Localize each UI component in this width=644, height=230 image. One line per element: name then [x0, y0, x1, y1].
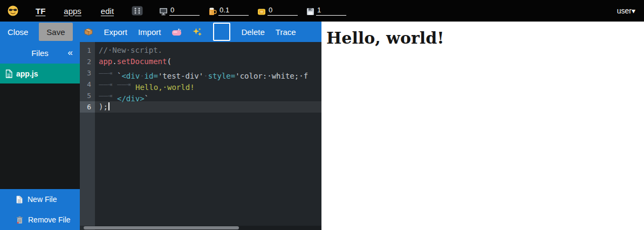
export-button[interactable]: Export	[104, 27, 127, 37]
preview-pane: Hello, world!	[321, 22, 644, 230]
close-button[interactable]: Close	[8, 27, 28, 37]
trash-icon	[16, 216, 23, 224]
monitor-icon	[159, 8, 168, 16]
workspace: Files « app.js	[0, 42, 321, 230]
collapse-sidebar-button[interactable]: «	[68, 47, 73, 58]
save-button[interactable]: Save	[39, 23, 72, 41]
text-cursor	[108, 102, 109, 110]
dice-icon[interactable]	[132, 6, 143, 16]
gutter-line-number: 2	[80, 56, 95, 67]
code-line[interactable]: ——⇥</div>`	[95, 90, 321, 101]
stat-beer	[208, 6, 249, 16]
code-token: setDocument	[117, 57, 167, 66]
sunglasses-emoji-icon[interactable]	[8, 5, 18, 16]
files-header: Files «	[0, 42, 80, 64]
screen: TF apps edit	[0, 0, 644, 230]
topbar-link-apps[interactable]: apps	[64, 6, 81, 16]
code-token: app	[99, 57, 112, 66]
code-token: style=	[208, 72, 236, 80]
gutter-line-number: 6	[80, 101, 95, 113]
file-item-appjs[interactable]: app.js	[0, 64, 80, 83]
code-line[interactable]: ——⇥——⇥Hello,·world!	[95, 79, 321, 90]
code-token: 'color:·white;·f	[235, 72, 308, 80]
new-file-icon	[16, 196, 23, 204]
code-editor[interactable]: 123456 //·New·script.app.setDocument(——⇥…	[80, 42, 321, 230]
gutter-line-number: 3	[80, 67, 95, 79]
code-lines[interactable]: //·New·script.app.setDocument(——⇥`<div·i…	[95, 42, 321, 230]
preview-heading: Hello, world!	[321, 22, 644, 47]
remove-file-button[interactable]: Remove File	[0, 210, 80, 230]
beer-value-input[interactable]	[218, 6, 249, 16]
floppy-icon	[306, 8, 314, 16]
code-line[interactable]: app.setDocument(	[95, 56, 321, 67]
code-token: ——⇥	[117, 79, 135, 90]
beer-icon	[208, 6, 217, 16]
trace-button[interactable]: Trace	[276, 27, 296, 37]
gutter-line-number: 5	[80, 90, 95, 101]
sparkles-icon[interactable]	[193, 27, 202, 37]
import-button[interactable]: Import	[138, 27, 161, 37]
sidebar-actions: New File Remove File	[0, 189, 80, 230]
delete-button[interactable]: Delete	[241, 27, 264, 37]
topbar: TF apps edit	[0, 0, 644, 22]
code-line[interactable]: );	[95, 101, 321, 113]
gutter: 123456	[80, 42, 95, 230]
code-token: );	[99, 102, 108, 111]
remove-file-label: Remove File	[28, 215, 71, 224]
toolbar: Close Save Export Import	[0, 22, 321, 42]
soap-icon[interactable]	[172, 28, 182, 36]
stat-ticket	[257, 6, 298, 16]
files-header-title: Files	[31, 48, 49, 58]
code-token: ——⇥	[99, 90, 117, 101]
blank-button[interactable]	[213, 23, 230, 41]
gutter-line-number: 1	[80, 45, 95, 56]
sidebar: Files « app.js	[0, 42, 80, 230]
editor-app: Close Save Export Import	[0, 22, 321, 230]
code-token: //·New·script.	[99, 46, 162, 54]
file-list: app.js	[0, 64, 80, 189]
ticket-icon	[257, 8, 266, 16]
gutter-line-number: 4	[80, 79, 95, 90]
floppy-value-input[interactable]	[316, 6, 346, 16]
code-token: `	[145, 94, 149, 103]
topbar-link-tf[interactable]: TF	[36, 6, 45, 16]
user-menu[interactable]: user▾	[617, 6, 635, 15]
horizontal-scrollbar-thumb[interactable]	[84, 226, 239, 229]
topbar-link-edit[interactable]: edit	[101, 6, 114, 16]
new-file-button[interactable]: New File	[0, 189, 80, 210]
new-file-label: New File	[28, 195, 57, 204]
code-token: ——⇥	[99, 67, 117, 79]
horizontal-scrollbar	[80, 226, 321, 230]
package-icon[interactable]	[84, 27, 93, 37]
stat-monitor	[159, 6, 200, 16]
code-token: ——⇥	[99, 79, 117, 90]
code-token: </div>	[117, 94, 145, 103]
code-token: .	[112, 57, 117, 66]
monitor-value-input[interactable]	[169, 6, 200, 16]
code-line[interactable]: ——⇥`<div·id='test-div'·style='color:·whi…	[95, 67, 321, 79]
code-token: ·	[203, 72, 208, 80]
stat-floppy	[306, 6, 346, 16]
document-icon	[5, 69, 12, 78]
ticket-value-input[interactable]	[268, 6, 298, 16]
code-token: (	[167, 57, 171, 66]
code-line[interactable]: //·New·script.	[95, 45, 321, 56]
file-name: app.js	[16, 69, 38, 78]
